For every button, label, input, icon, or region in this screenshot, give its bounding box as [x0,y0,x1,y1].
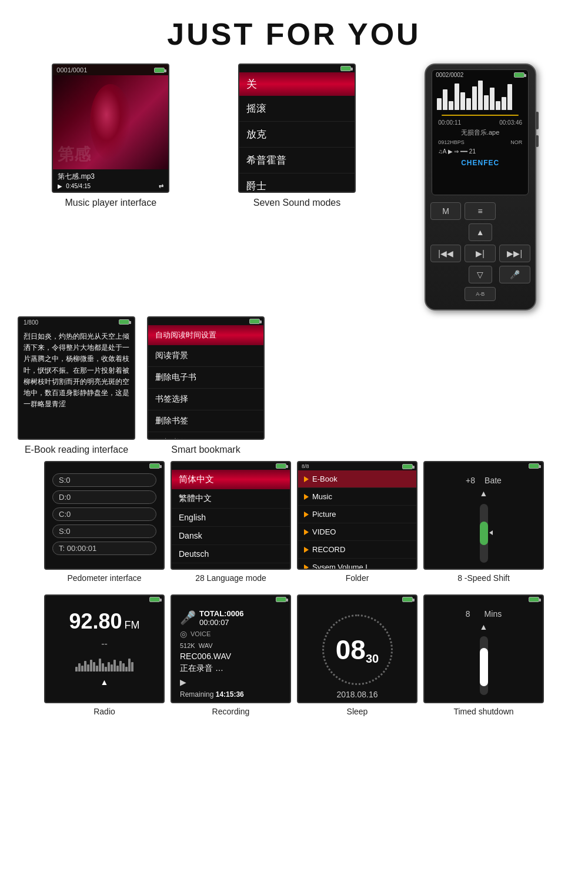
radio-dash: -- [101,639,108,649]
rb1 [75,667,78,671]
speed-slider[interactable] [480,502,488,565]
rb8 [96,666,98,671]
sound-item-3[interactable]: 希普霍普 [239,148,355,173]
speed-track [480,504,488,563]
speed-screen: +8 Bate ▲ ▼ [423,461,544,570]
rb9 [99,659,101,671]
play-icon: ▶ [58,183,62,189]
bookmark-item-3[interactable]: 书签选择 [148,389,263,410]
speed-controls: +8 Bate ▲ ▼ [425,470,543,570]
bookmark-item-1[interactable]: 阅读背景 [148,345,263,367]
sound-selected[interactable]: 关 [239,72,355,96]
prev-button[interactable]: |◀◀ [430,245,462,262]
music-player-group: 0001/0001 第感 第七感.mp3 ▶ 0:45/4:15 ⇄ Music… [52,64,169,208]
bookmark-screen: 自动阅读时间设置 阅读背景 删除电子书 书签选择 删除书签 添加书签 [147,316,265,440]
sleep-screen: 08 30 2018.08.16 [297,594,417,703]
lang-item-2[interactable]: English [172,509,290,527]
speed-label-top: +8 Bate [466,476,502,485]
rb16 [119,661,122,671]
folder-item-label-1: E-Book [312,475,338,483]
eq-bar-12 [502,97,506,110]
sound-item-2[interactable]: 放克 [239,122,355,148]
ebook-page: 1/800 [24,319,38,326]
bookmark-selected[interactable]: 自动阅读时间设置 [148,325,263,345]
lang-item-1[interactable]: 繁體中文 [172,489,290,509]
rec-mic-icon: 🎤 [180,610,196,626]
menu-button[interactable]: ≡ [465,202,496,220]
speed-arrow-up[interactable]: ▲ [480,489,488,498]
timed-arrow-up[interactable]: ▲ [480,622,488,632]
device-time-row: 00:00:11 00:03:46 [432,118,528,127]
rec-format2: WAV [199,642,213,649]
music-player-label: Music player interface [65,198,157,208]
speed-arrow-down[interactable]: ▼ [480,569,488,570]
sound-item-4[interactable]: 爵士 [239,173,355,193]
m-button[interactable]: M [430,202,462,220]
ab-button[interactable]: A-B [465,287,496,301]
rb19 [128,659,131,671]
timed-label: Timed shutdown [453,707,513,716]
folder-item-5[interactable]: RECORD [298,541,416,559]
progress-row: ▶ 0:45/4:15 ⇄ [58,183,163,189]
rec-remaining-value: 14:15:36 [216,690,244,699]
folder-count: 8/8 [302,463,309,469]
lang-item-5[interactable]: Italiano [172,563,290,570]
rec-time: 00:00:07 [199,618,243,627]
play-pause-button[interactable]: ▶| [465,245,496,262]
radio-tune-arrow[interactable]: ▲ [101,677,109,687]
sleep-minute: 30 [366,646,379,666]
rec-remaining: Remaining 14:15:36 [180,690,282,699]
mic-button[interactable]: 🎤 [499,266,530,283]
rec-play-icon[interactable]: ▶ [180,677,282,687]
device-time-right: 00:03:46 [499,119,522,126]
up-button[interactable]: ▲ [469,223,492,241]
lang-selected[interactable]: 简体中文 [172,470,290,489]
radio-unit: FM [125,619,140,632]
rec-remaining-label: Remaining [180,690,213,699]
rb12 [108,662,110,671]
folder-icon-1 [304,476,309,482]
folder-item-4[interactable]: VIDEO [298,523,416,541]
song-name: 第七感.mp3 [58,172,163,182]
folder-icon-5 [304,547,309,553]
device-brand: CHENFEC [432,156,528,169]
speed-wrap: +8 Bate ▲ ▼ 8 -Speed Shift [423,461,544,583]
sleep-wrap: 08 30 2018.08.16 Sleep [297,594,417,716]
bookmark-item-2[interactable]: 删除电子书 [148,367,263,389]
rec-status: 正在录音 … [180,663,282,674]
eq-bar-9 [484,95,489,110]
next-button[interactable]: ▶▶| [499,245,530,262]
eq-bars [432,80,528,112]
eq-bar-1 [437,98,442,110]
eq-bar-8 [478,81,483,110]
timed-track[interactable] [480,636,488,695]
speed-fill [480,522,488,545]
speed-top [425,462,543,470]
pedo-battery [149,463,160,469]
folder-item-3[interactable]: Picture [298,506,416,523]
radio-top [45,596,163,603]
folder-item-1[interactable]: E-Book [298,470,416,488]
folder-item-6[interactable]: Sysem Volume I... [298,559,416,570]
timed-battery [529,597,539,602]
rec-total-label: TOTAL:0006 [199,609,243,618]
folder-item-2[interactable]: Music [298,488,416,506]
folder-item-label-6: Sysem Volume I... [312,563,374,570]
folder-icon-6 [304,564,309,570]
bookmark-item-5[interactable]: 添加书签 [148,432,263,440]
rb5 [87,664,89,671]
device-top-bar: 0002/0002 [432,70,528,80]
down-button[interactable]: ▽ [469,266,492,283]
timed-value: 8 [466,609,470,619]
sound-item-1[interactable]: 摇滚 [239,96,355,122]
folder-item-label-3: Picture [312,510,336,519]
lang-item-3[interactable]: Dansk [172,527,290,545]
recording-label: Recording [212,707,250,716]
lang-item-4[interactable]: Deutsch [172,545,290,563]
eq-bar-11 [496,101,500,110]
radio-display: 92.80 FM -- [45,603,163,693]
speed-unit: Bate [485,476,502,485]
bookmark-item-4[interactable]: 删除书签 [148,410,263,432]
eq-bar-5 [460,92,465,110]
timed-arrow-down[interactable]: ▼ [480,700,488,703]
